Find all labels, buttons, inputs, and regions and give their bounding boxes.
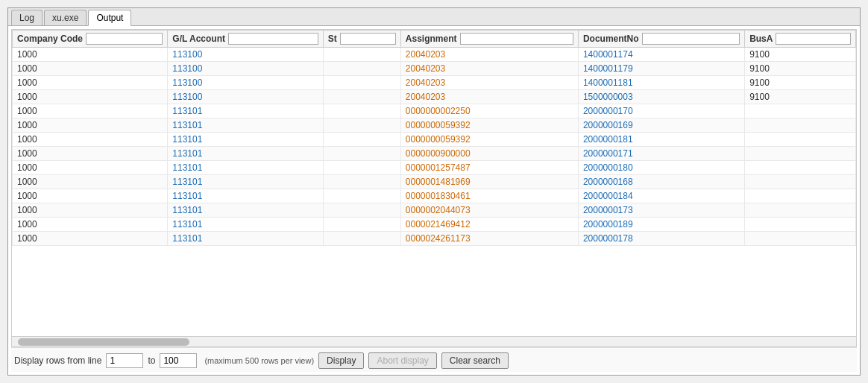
cell-company: 1000 [13,104,168,118]
filter-busa[interactable] [776,33,851,45]
cell-assignment: 0000024261173 [400,232,578,246]
cell-st [323,62,400,76]
cell-company: 1000 [13,48,168,62]
table-scroll[interactable]: Company Code G/L Account [12,30,856,336]
tab-xuexe[interactable]: xu.exe [44,10,87,25]
tab-bar: Log xu.exe Output [8,8,860,26]
cell-docno: 2000000180 [578,161,744,175]
scrollbar-thumb[interactable] [18,338,189,346]
cell-busa [745,104,856,118]
cell-busa: 9100 [745,48,856,62]
cell-gl: 113101 [168,189,323,203]
filter-docno[interactable] [642,33,740,45]
tab-log[interactable]: Log [11,10,43,25]
cell-st [323,48,400,62]
table-row: 100011310100000000593922000000181 [13,133,856,147]
cell-st [323,118,400,133]
cell-busa [745,203,856,218]
cell-gl: 113101 [168,203,323,218]
to-line-input[interactable] [160,353,197,368]
table-row: 100011310100000018304612000000184 [13,189,856,203]
table-row: 100011310100000000022502000000170 [13,104,856,118]
table-row: 100011310100000000593922000000169 [13,118,856,133]
horizontal-scrollbar[interactable] [12,336,856,346]
cell-docno: 2000000171 [578,147,744,161]
cell-company: 1000 [13,203,168,218]
from-line-input[interactable] [106,353,143,368]
cell-gl: 113101 [168,104,323,118]
cell-gl: 113101 [168,218,323,232]
cell-docno: 2000000189 [578,218,744,232]
cell-gl: 113100 [168,76,323,90]
display-button[interactable]: Display [318,352,364,369]
filter-st[interactable] [340,33,396,45]
cell-assignment: 0000001481969 [400,175,578,189]
filter-assignment[interactable] [460,33,573,45]
cell-st [323,90,400,104]
cell-st [323,161,400,175]
cell-busa [745,133,856,147]
display-rows-label: Display rows from line [14,355,101,366]
cell-gl: 113101 [168,175,323,189]
cell-busa [745,232,856,246]
cell-st [323,203,400,218]
cell-assignment: 20040203 [400,76,578,90]
cell-assignment: 0000000059392 [400,133,578,147]
cell-docno: 2000000173 [578,203,744,218]
cell-docno: 2000000178 [578,232,744,246]
cell-company: 1000 [13,147,168,161]
col-header-company: Company Code [13,31,168,48]
abort-display-button[interactable]: Abort display [368,352,436,369]
cell-gl: 113100 [168,90,323,104]
data-table-container: Company Code G/L Account [11,29,857,347]
tab-output[interactable]: Output [88,10,131,26]
cell-busa [745,161,856,175]
table-row: 100011310100000009000002000000171 [13,147,856,161]
cell-st [323,76,400,90]
cell-assignment: 20040203 [400,62,578,76]
cell-company: 1000 [13,133,168,147]
cell-docno: 1400001174 [578,48,744,62]
cell-docno: 1400001181 [578,76,744,90]
to-label: to [148,355,155,366]
cell-company: 1000 [13,76,168,90]
cell-gl: 113100 [168,62,323,76]
cell-busa [745,118,856,133]
content-area: Company Code G/L Account [8,26,860,375]
cell-company: 1000 [13,232,168,246]
cell-busa [745,147,856,161]
col-header-st: St [323,31,400,48]
cell-busa: 9100 [745,90,856,104]
cell-gl: 113101 [168,161,323,175]
cell-company: 1000 [13,62,168,76]
cell-st [323,133,400,147]
cell-busa [745,189,856,203]
cell-st [323,104,400,118]
cell-busa [745,218,856,232]
cell-st [323,147,400,161]
cell-company: 1000 [13,118,168,133]
table-row: 10001131002004020314000011819100 [13,76,856,90]
col-header-busa: BusA [745,31,856,48]
cell-assignment: 0000000059392 [400,118,578,133]
cell-st [323,232,400,246]
cell-assignment: 0000001830461 [400,189,578,203]
cell-assignment: 20040203 [400,90,578,104]
max-rows-note: (maximum 500 rows per view) [204,356,314,365]
table-row: 10001131002004020314000011749100 [13,48,856,62]
cell-docno: 2000000184 [578,189,744,203]
col-header-gl: G/L Account [168,31,323,48]
cell-gl: 113101 [168,118,323,133]
clear-search-button[interactable]: Clear search [441,352,509,369]
cell-busa: 9100 [745,76,856,90]
cell-assignment: 0000000900000 [400,147,578,161]
cell-docno: 1400001179 [578,62,744,76]
filter-company[interactable] [86,33,163,45]
table-row: 100011310100000214694122000000189 [13,218,856,232]
cell-docno: 2000000168 [578,175,744,189]
cell-company: 1000 [13,161,168,175]
cell-gl: 113101 [168,133,323,147]
cell-company: 1000 [13,175,168,189]
table-row: 100011310100000242611732000000178 [13,232,856,246]
filter-gl[interactable] [228,33,318,45]
